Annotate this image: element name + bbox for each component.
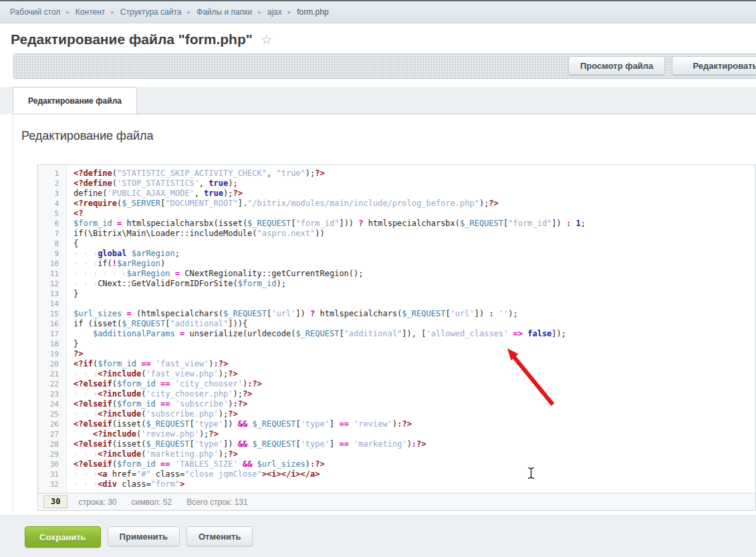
code-text[interactable]: [67, 299, 74, 309]
code-text[interactable]: $additionalParams = unserialize(urldecod…: [67, 329, 566, 339]
code-line[interactable]: 22<?elseif($form_id == 'city_chooser'):?…: [38, 379, 755, 389]
status-items: строка: 30символ: 52Всего строк: 131: [78, 497, 247, 507]
code-text[interactable]: if(\Bitrix\Main\Loader::includeModule("a…: [67, 229, 325, 239]
code-text[interactable]: · · ›<a href="#" class="close jqmClose">…: [67, 469, 320, 479]
code-line[interactable]: 4<?require($_SERVER["DOCUMENT_ROOT"]."/b…: [38, 199, 755, 209]
code-line[interactable]: 27 <?include('review.php');?>: [38, 429, 755, 439]
edit-button[interactable]: Редактировать: [672, 56, 756, 75]
code-line[interactable]: 14: [38, 299, 755, 309]
code-text[interactable]: }: [67, 339, 78, 349]
code-line[interactable]: 21· · ›<?include('fast_view.php');?>: [38, 369, 755, 379]
code-line[interactable]: 16if (isset($_REQUEST["additional"])){: [38, 319, 755, 329]
code-text[interactable]: · · ›<div class="form">: [67, 479, 184, 489]
code-lines[interactable]: 1<?define("STATISTIC_SKIP_ACTIVITY_CHECK…: [38, 165, 755, 493]
code-line[interactable]: 3define('PUBLIC_AJAX_MODE', true);?>: [38, 189, 755, 199]
breadcrumb-item[interactable]: Файлы и папки: [197, 7, 252, 17]
code-line[interactable]: 12· · ›CNext::GetValidFormIDForSite($for…: [38, 279, 755, 289]
breadcrumb-separator-icon: ▸: [288, 9, 291, 15]
code-line[interactable]: 28<?elseif(isset($_REQUEST['type']) && $…: [38, 439, 755, 449]
line-number: 8: [38, 239, 67, 249]
code-line[interactable]: 10· · ›if(!$arRegion): [38, 259, 755, 269]
line-number: 5: [38, 209, 67, 219]
breadcrumb-separator-icon: ▸: [188, 9, 191, 15]
code-text[interactable]: {: [67, 239, 78, 249]
code-line[interactable]: 20<?if($form_id == 'fast_view'):?>: [38, 359, 755, 369]
panel-heading: Редактирование файла: [13, 114, 756, 143]
cancel-button[interactable]: Отменить: [186, 526, 253, 546]
code-line[interactable]: 18}: [38, 339, 755, 349]
code-line[interactable]: 2<?define('STOP_STATISTICS', true);: [38, 179, 755, 189]
code-text[interactable]: · · ›<?include('fast_view.php');?>: [67, 369, 238, 379]
code-line[interactable]: 13}: [38, 289, 755, 299]
line-number: 1: [38, 169, 67, 179]
code-line[interactable]: 17 $additionalParams = unserialize(urlde…: [38, 329, 755, 339]
code-text[interactable]: <?elseif($form_id == 'TABLES_SIZE' && $u…: [67, 459, 325, 469]
code-line[interactable]: 9· · ›global $arRegion;: [38, 249, 755, 259]
line-number: 25: [38, 409, 67, 419]
code-editor[interactable]: 1<?define("STATISTIC_SKIP_ACTIVITY_CHECK…: [37, 164, 756, 511]
code-text[interactable]: $url_sizes = (htmlspecialchars($_REQUEST…: [67, 309, 518, 319]
code-line[interactable]: 25· · ›<?include('subscribe.php');?>: [38, 409, 755, 419]
line-number: 28: [38, 439, 67, 449]
code-text[interactable]: <?: [67, 209, 83, 219]
code-line[interactable]: 31· · ›<a href="#" class="close jqmClose…: [38, 469, 755, 479]
code-line[interactable]: 6$form_id = htmlspecialcharsbx(isset($_R…: [38, 219, 755, 229]
code-text[interactable]: define('PUBLIC_AJAX_MODE', true);?>: [67, 189, 243, 199]
code-line[interactable]: 26<?elseif(isset($_REQUEST['type']) && $…: [38, 419, 755, 429]
breadcrumb-item[interactable]: Структура сайта: [120, 7, 182, 17]
code-text[interactable]: <?if($form_id == 'fast_view'):?>: [67, 359, 228, 369]
code-text[interactable]: <?elseif($form_id == 'subscribe'):?>: [67, 399, 247, 409]
code-text[interactable]: · · ›<?include('subscribe.php');?>: [67, 409, 238, 419]
code-line[interactable]: 29· · ›<?include('marketing.php');?>: [38, 449, 755, 459]
line-number: 22: [38, 379, 67, 389]
line-number: 14: [38, 299, 67, 309]
code-line[interactable]: 32· · ›<div class="form">: [38, 479, 755, 489]
line-number: 17: [38, 329, 67, 339]
code-line[interactable]: 11· · › · · ›$arRegion = CNextRegionalit…: [38, 269, 755, 279]
code-text[interactable]: · · ›CNext::GetValidFormIDForSite($form_…: [67, 279, 286, 289]
save-button[interactable]: Сохранить: [25, 526, 101, 548]
line-number: 2: [38, 179, 67, 189]
code-line[interactable]: 7if(\Bitrix\Main\Loader::includeModule("…: [38, 229, 755, 239]
favorite-star-icon[interactable]: ☆: [261, 33, 273, 46]
code-text[interactable]: · · › · · ›$arRegion = CNextRegionality:…: [67, 269, 364, 279]
view-file-button[interactable]: Просмотр файла: [568, 56, 665, 75]
code-text[interactable]: · · ›if(!$arRegion): [67, 259, 165, 269]
breadcrumb-item[interactable]: ajax: [267, 7, 282, 17]
breadcrumb-item[interactable]: Рабочий стол: [10, 7, 60, 17]
code-line[interactable]: 8{: [38, 239, 755, 249]
code-text[interactable]: }: [67, 289, 78, 299]
code-text[interactable]: <?elseif(isset($_REQUEST['type']) && $_R…: [67, 439, 426, 449]
code-line[interactable]: 24<?elseif($form_id == 'subscribe'):?>: [38, 399, 755, 409]
breadcrumb-item[interactable]: form.php: [297, 7, 328, 17]
line-number: 16: [38, 319, 67, 329]
toolbar: Просмотр файла Редактировать: [13, 53, 756, 78]
code-text[interactable]: <?elseif(isset($_REQUEST['type']) && $_R…: [67, 419, 412, 429]
status-item: строка: 30: [78, 497, 116, 507]
breadcrumb-item[interactable]: Контент: [76, 7, 105, 17]
code-text[interactable]: <?require($_SERVER["DOCUMENT_ROOT"]."/bi…: [67, 199, 499, 209]
code-line[interactable]: 19?>: [38, 349, 755, 359]
code-text[interactable]: ?>: [67, 349, 83, 359]
code-line[interactable]: 23· · ›<?include('city_chooser.php');?>: [38, 389, 755, 399]
breadcrumb: Рабочий стол▸Контент▸Структура сайта▸Фай…: [0, 1, 756, 23]
code-line[interactable]: 30<?elseif($form_id == 'TABLES_SIZE' && …: [38, 459, 755, 469]
line-number: 24: [38, 399, 67, 409]
line-number: 11: [38, 269, 67, 279]
title-row: Редактирование файла "form.php" ☆: [0, 23, 756, 53]
code-line[interactable]: 5<?: [38, 209, 755, 219]
code-text[interactable]: $form_id = htmlspecialcharsbx(isset($_RE…: [67, 219, 586, 229]
code-text[interactable]: <?elseif($form_id == 'city_chooser'):?>: [67, 379, 262, 389]
line-number: 30: [38, 459, 67, 469]
tab-edit-file[interactable]: Редактирование файла: [13, 87, 137, 114]
code-line[interactable]: 1<?define("STATISTIC_SKIP_ACTIVITY_CHECK…: [38, 169, 755, 179]
code-text[interactable]: · · ›global $arRegion;: [67, 249, 180, 259]
code-line[interactable]: 15$url_sizes = (htmlspecialchars($_REQUE…: [38, 309, 755, 319]
code-text[interactable]: · · ›<?include('marketing.php');?>: [67, 449, 238, 459]
code-text[interactable]: <?define('STOP_STATISTICS', true);: [67, 179, 238, 189]
code-text[interactable]: <?define("STATISTIC_SKIP_ACTIVITY_CHECK"…: [67, 169, 325, 179]
code-text[interactable]: if (isset($_REQUEST["additional"])){: [67, 319, 247, 329]
code-text[interactable]: · · ›<?include('city_chooser.php');?>: [67, 389, 252, 399]
apply-button[interactable]: Применить: [108, 526, 180, 546]
code-text[interactable]: <?include('review.php');?>: [67, 429, 219, 439]
